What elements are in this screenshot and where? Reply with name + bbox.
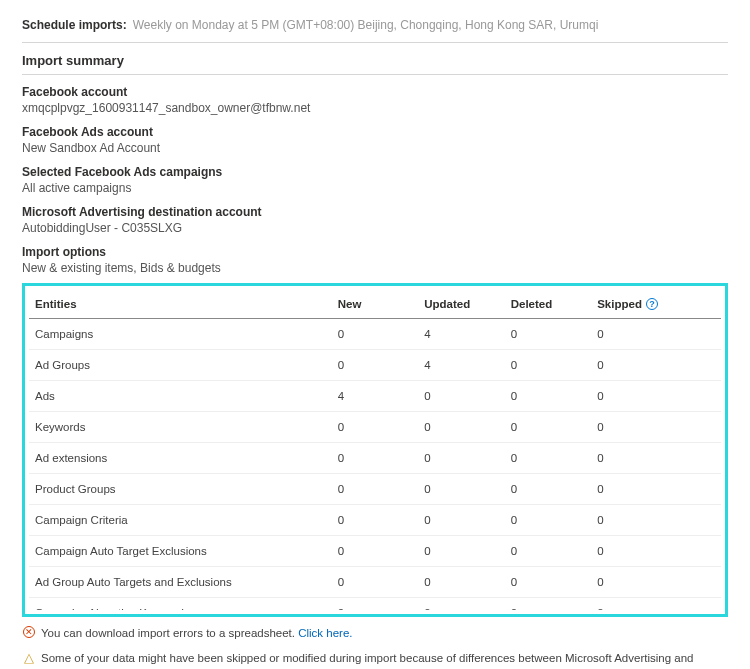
cell-new: 0 [332,505,418,536]
cell-deleted: 0 [505,474,591,505]
divider [22,42,728,43]
cell-deleted: 0 [505,319,591,350]
table-row: Campaign Negative Keywords0000 [29,598,721,611]
summary-item-value: xmqcplpvgz_1600931147_sandbox_owner@tfbn… [22,101,728,115]
cell-new: 0 [332,319,418,350]
cell-new: 0 [332,598,418,611]
cell-deleted: 0 [505,381,591,412]
summary-item-value: AutobiddingUser - C035SLXG [22,221,728,235]
divider [22,74,728,75]
download-errors-notice: ✕ You can download import errors to a sp… [22,625,728,642]
cell-deleted: 0 [505,598,591,611]
col-entities[interactable]: Entities [29,290,332,319]
cell-updated: 0 [418,598,504,611]
table-row: Ads4000 [29,381,721,412]
skipped-warning-notice: △ Some of your data might have been skip… [22,650,728,669]
help-icon[interactable]: ? [646,298,658,310]
table-row: Product Groups0000 [29,474,721,505]
summary-item-key: Microsoft Advertising destination accoun… [22,205,728,219]
cell-skipped: 0 [591,567,721,598]
cell-new: 0 [332,350,418,381]
cell-updated: 0 [418,505,504,536]
entities-table: Entities New Updated Deleted Skipped ? C… [29,290,721,610]
cell-skipped: 0 [591,474,721,505]
download-errors-text: You can download import errors to a spre… [41,627,298,639]
cell-skipped: 0 [591,598,721,611]
table-row: Campaign Criteria0000 [29,505,721,536]
cell-skipped: 0 [591,443,721,474]
summary-list: Facebook accountxmqcplpvgz_1600931147_sa… [22,85,728,275]
cell-new: 0 [332,474,418,505]
col-new[interactable]: New [332,290,418,319]
summary-item: Import optionsNew & existing items, Bids… [22,245,728,275]
summary-item-key: Import options [22,245,728,259]
summary-item: Facebook accountxmqcplpvgz_1600931147_sa… [22,85,728,115]
table-row: Campaigns0400 [29,319,721,350]
cell-updated: 0 [418,474,504,505]
entities-table-scroll[interactable]: Entities New Updated Deleted Skipped ? C… [29,290,721,610]
col-updated[interactable]: Updated [418,290,504,319]
col-skipped[interactable]: Skipped ? [591,290,721,319]
schedule-label: Schedule imports: [22,18,127,32]
cell-entity: Ad Group Auto Targets and Exclusions [29,567,332,598]
skipped-warning-text: Some of your data might have been skippe… [41,652,693,669]
cell-entity: Ads [29,381,332,412]
schedule-value: Weekly on Monday at 5 PM (GMT+08:00) Bei… [133,18,599,32]
cell-deleted: 0 [505,567,591,598]
cell-entity: Campaign Negative Keywords [29,598,332,611]
import-summary-heading: Import summary [22,53,728,68]
cell-skipped: 0 [591,319,721,350]
table-row: Ad Group Auto Targets and Exclusions0000 [29,567,721,598]
col-deleted[interactable]: Deleted [505,290,591,319]
summary-item-key: Facebook Ads account [22,125,728,139]
cell-new: 0 [332,536,418,567]
summary-item: Facebook Ads accountNew Sandbox Ad Accou… [22,125,728,155]
summary-item: Selected Facebook Ads campaignsAll activ… [22,165,728,195]
summary-item-value: New & existing items, Bids & budgets [22,261,728,275]
cell-skipped: 0 [591,350,721,381]
table-row: Ad extensions0000 [29,443,721,474]
cell-updated: 4 [418,319,504,350]
cell-updated: 4 [418,350,504,381]
cell-skipped: 0 [591,381,721,412]
cell-updated: 0 [418,381,504,412]
cell-entity: Campaign Criteria [29,505,332,536]
cell-updated: 0 [418,443,504,474]
schedule-row: Schedule imports: Weekly on Monday at 5 … [22,18,728,36]
cell-new: 0 [332,567,418,598]
cell-new: 0 [332,443,418,474]
table-row: Ad Groups0400 [29,350,721,381]
cell-entity: Campaigns [29,319,332,350]
cell-updated: 0 [418,412,504,443]
cell-updated: 0 [418,536,504,567]
warning-icon: △ [24,651,34,664]
cell-deleted: 0 [505,412,591,443]
summary-item-value: All active campaigns [22,181,728,195]
error-icon: ✕ [23,626,35,638]
cell-skipped: 0 [591,505,721,536]
cell-new: 4 [332,381,418,412]
cell-entity: Product Groups [29,474,332,505]
cell-deleted: 0 [505,443,591,474]
summary-item: Microsoft Advertising destination accoun… [22,205,728,235]
summary-item-key: Selected Facebook Ads campaigns [22,165,728,179]
cell-entity: Ad Groups [29,350,332,381]
cell-new: 0 [332,412,418,443]
table-header-row: Entities New Updated Deleted Skipped ? [29,290,721,319]
cell-deleted: 0 [505,536,591,567]
cell-entity: Campaign Auto Target Exclusions [29,536,332,567]
cell-entity: Keywords [29,412,332,443]
entities-table-highlight: Entities New Updated Deleted Skipped ? C… [22,283,728,617]
cell-updated: 0 [418,567,504,598]
cell-skipped: 0 [591,412,721,443]
cell-deleted: 0 [505,350,591,381]
cell-entity: Ad extensions [29,443,332,474]
cell-deleted: 0 [505,505,591,536]
col-skipped-label: Skipped [597,298,642,310]
cell-skipped: 0 [591,536,721,567]
download-errors-link[interactable]: Click here. [298,627,352,639]
summary-item-value: New Sandbox Ad Account [22,141,728,155]
summary-item-key: Facebook account [22,85,728,99]
table-row: Keywords0000 [29,412,721,443]
table-row: Campaign Auto Target Exclusions0000 [29,536,721,567]
